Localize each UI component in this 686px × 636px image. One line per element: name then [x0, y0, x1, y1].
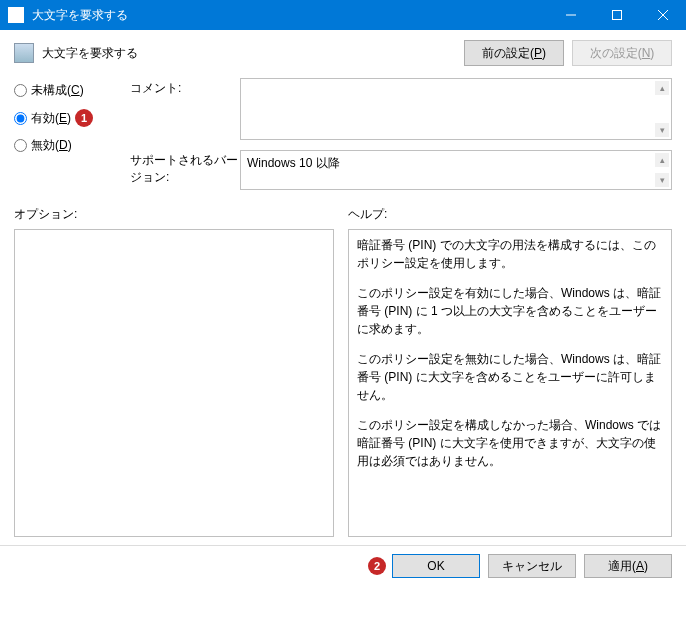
- policy-title: 大文字を要求する: [42, 45, 456, 62]
- options-label: オプション:: [14, 206, 334, 223]
- radio-disabled-label: 無効(D): [31, 137, 72, 154]
- annotation-marker-1: 1: [75, 109, 93, 127]
- lower-panels: オプション: ヘルプ: 暗証番号 (PIN) での大文字の用法を構成するには、こ…: [14, 206, 672, 537]
- scroll-down-icon[interactable]: ▾: [655, 123, 669, 137]
- comment-input[interactable]: ▴ ▾: [240, 78, 672, 140]
- cancel-button[interactable]: キャンセル: [488, 554, 576, 578]
- options-column: オプション:: [14, 206, 334, 537]
- window-title: 大文字を要求する: [32, 7, 548, 24]
- titlebar: 大文字を要求する: [0, 0, 686, 30]
- fields-column: コメント: ▴ ▾ サポートされるバージョン: Windows 10 以降 ▴ …: [130, 78, 672, 200]
- annotation-marker-2: 2: [368, 557, 386, 575]
- support-label: サポートされるバージョン:: [130, 150, 240, 190]
- comment-label: コメント:: [130, 78, 240, 140]
- radio-enabled-input[interactable]: [14, 112, 27, 125]
- help-label: ヘルプ:: [348, 206, 672, 223]
- comment-row: コメント: ▴ ▾: [130, 78, 672, 140]
- help-text: 暗証番号 (PIN) での大文字の用法を構成するには、このポリシー設定を使用しま…: [357, 236, 663, 272]
- footer: 2 OK キャンセル 適用(A): [0, 545, 686, 586]
- help-text: このポリシー設定を構成しなかった場合、Windows では暗証番号 (PIN) …: [357, 416, 663, 470]
- minimize-button[interactable]: [548, 0, 594, 30]
- radio-not-configured[interactable]: 未構成(C): [14, 82, 120, 99]
- svg-rect-1: [613, 11, 622, 20]
- radio-enabled[interactable]: 有効(E) 1: [14, 109, 120, 127]
- help-text: このポリシー設定を有効にした場合、Windows は、暗証番号 (PIN) に …: [357, 284, 663, 338]
- app-icon: [8, 7, 24, 23]
- support-value-box: Windows 10 以降 ▴ ▾: [240, 150, 672, 190]
- radio-disabled-input[interactable]: [14, 139, 27, 152]
- radio-group: 未構成(C) 有効(E) 1 無効(D): [14, 78, 120, 200]
- help-column: ヘルプ: 暗証番号 (PIN) での大文字の用法を構成するには、このポリシー設定…: [348, 206, 672, 537]
- window-controls: [548, 0, 686, 30]
- support-value: Windows 10 以降: [247, 156, 340, 170]
- next-setting-button[interactable]: 次の設定(N): [572, 40, 672, 66]
- policy-icon: [14, 43, 34, 63]
- radio-not-configured-input[interactable]: [14, 84, 27, 97]
- help-text: このポリシー設定を無効にした場合、Windows は、暗証番号 (PIN) に大…: [357, 350, 663, 404]
- radio-enabled-label: 有効(E): [31, 110, 71, 127]
- ok-button[interactable]: OK: [392, 554, 480, 578]
- previous-setting-button[interactable]: 前の設定(P): [464, 40, 564, 66]
- scroll-down-icon[interactable]: ▾: [655, 173, 669, 187]
- main-grid: 未構成(C) 有効(E) 1 無効(D) コメント: ▴ ▾ サポートされ: [14, 78, 672, 200]
- maximize-button[interactable]: [594, 0, 640, 30]
- content-area: 大文字を要求する 前の設定(P) 次の設定(N) 未構成(C) 有効(E) 1 …: [0, 30, 686, 545]
- apply-button[interactable]: 適用(A): [584, 554, 672, 578]
- header-row: 大文字を要求する 前の設定(P) 次の設定(N): [14, 40, 672, 66]
- help-box: 暗証番号 (PIN) での大文字の用法を構成するには、このポリシー設定を使用しま…: [348, 229, 672, 537]
- radio-not-configured-label: 未構成(C): [31, 82, 84, 99]
- scroll-up-icon[interactable]: ▴: [655, 81, 669, 95]
- scroll-up-icon[interactable]: ▴: [655, 153, 669, 167]
- support-row: サポートされるバージョン: Windows 10 以降 ▴ ▾: [130, 150, 672, 190]
- close-button[interactable]: [640, 0, 686, 30]
- radio-disabled[interactable]: 無効(D): [14, 137, 120, 154]
- options-box[interactable]: [14, 229, 334, 537]
